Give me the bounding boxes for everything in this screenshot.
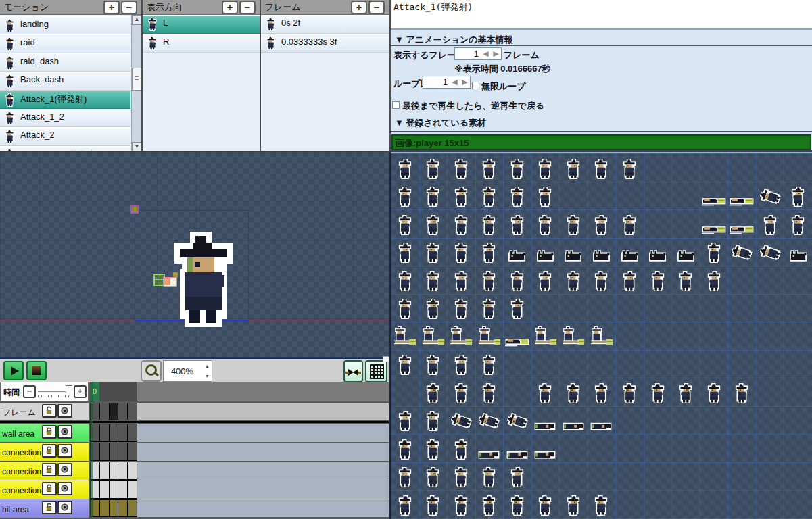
sheet-sprite-cell[interactable]: [763, 215, 778, 235]
timeline-cell[interactable]: [118, 480, 128, 499]
timeline-cell[interactable]: [118, 462, 128, 480]
sheet-sprite-cell[interactable]: [564, 249, 582, 263]
sheet-sprite-cell[interactable]: [510, 187, 525, 207]
sheet-sprite-cell[interactable]: [510, 215, 525, 235]
sheet-sprite-cell[interactable]: [622, 383, 637, 403]
sheet-sprite-cell[interactable]: [702, 224, 726, 235]
lock-button[interactable]: [42, 482, 57, 495]
timeline-cell[interactable]: [118, 443, 128, 461]
sheet-sprite-cell[interactable]: [730, 196, 754, 207]
sheet-sprite-cell[interactable]: [790, 187, 805, 207]
sheet-sprite-cell[interactable]: [425, 215, 440, 235]
track-label-connection-2-[interactable]: connection(2): [0, 480, 89, 499]
sheet-sprite-cell[interactable]: [425, 411, 440, 431]
sheet-sprite-cell[interactable]: [536, 249, 554, 263]
sheet-sprite-cell[interactable]: [454, 271, 469, 291]
sheet-sprite-cell[interactable]: [650, 271, 665, 291]
sheet-sprite-cell[interactable]: [561, 326, 585, 347]
sheet-sprite-cell[interactable]: [454, 439, 469, 460]
sheet-sprite-cell[interactable]: [734, 243, 749, 263]
sheet-sprite-cell[interactable]: [707, 383, 721, 403]
timeline-grid[interactable]: 0: [90, 382, 390, 519]
lock-button[interactable]: [42, 425, 57, 439]
timeline-cell[interactable]: [109, 499, 119, 517]
center-view-button[interactable]: [343, 360, 363, 382]
timeline-cell[interactable]: [99, 499, 110, 517]
sheet-sprite-cell[interactable]: [398, 355, 412, 375]
sheet-sprite-cell[interactable]: [425, 355, 440, 375]
sheet-sprite-cell[interactable]: [566, 495, 581, 516]
timeline-cell[interactable]: [127, 480, 137, 499]
sheet-sprite-cell[interactable]: [481, 299, 496, 319]
sheet-sprite-cell[interactable]: [594, 383, 608, 403]
sheet-sprite-cell[interactable]: [398, 467, 412, 487]
frame-remove-button[interactable]: −: [368, 1, 385, 14]
visibility-button[interactable]: [57, 482, 72, 495]
sheet-sprite-cell[interactable]: [622, 159, 637, 179]
visibility-button[interactable]: [57, 501, 72, 514]
sheet-sprite-cell[interactable]: [538, 495, 552, 516]
sheet-sprite-cell[interactable]: [677, 249, 695, 263]
loop-count-input[interactable]: 1 ◀ ▶: [423, 76, 471, 89]
frame-add-button[interactable]: +: [351, 1, 367, 14]
timeline-cell[interactable]: [99, 443, 110, 461]
motion-item[interactable]: raid: [0, 34, 130, 53]
visibility-button[interactable]: [57, 463, 72, 476]
timeline-cell[interactable]: [127, 499, 137, 517]
sheet-sprite-cell[interactable]: [454, 299, 469, 319]
timeline-cell[interactable]: [127, 462, 137, 480]
animation-name-field[interactable]: Attack_1(弾発射): [391, 0, 812, 30]
sheet-sprite-cell[interactable]: [481, 355, 496, 375]
sheet-sprite-cell[interactable]: [510, 271, 525, 291]
timeline-cell[interactable]: [99, 424, 110, 442]
sheet-sprite-cell[interactable]: [421, 326, 445, 347]
visibility-button[interactable]: [57, 404, 72, 418]
timeline-ruler[interactable]: 0: [90, 382, 390, 401]
sheet-sprite-cell[interactable]: [538, 159, 552, 179]
scroll-up-icon[interactable]: ▲: [132, 15, 142, 25]
sheet-sprite-cell[interactable]: [454, 159, 469, 179]
zoom-level-input[interactable]: 400% ▲ ▼: [163, 360, 212, 382]
sheet-sprite-cell[interactable]: [478, 450, 500, 460]
sheet-sprite-cell[interactable]: [505, 337, 529, 347]
sheet-sprite-cell[interactable]: [763, 187, 778, 207]
play-button[interactable]: [3, 361, 24, 380]
spinner-right-icon[interactable]: ▶: [491, 48, 501, 59]
sheet-sprite-cell[interactable]: [533, 326, 557, 347]
timeline-cell[interactable]: [99, 403, 110, 420]
sheet-sprite-cell[interactable]: [398, 495, 412, 516]
timeline-cell[interactable]: [109, 443, 119, 461]
zoom-down-icon[interactable]: ▼: [205, 374, 210, 378]
zoom-tool-button[interactable]: [141, 360, 162, 382]
lock-button[interactable]: [42, 444, 57, 458]
frame-item[interactable]: 0s 2f: [261, 15, 389, 34]
timeline-cell[interactable]: [99, 462, 110, 480]
sheet-sprite-cell[interactable]: [481, 411, 496, 431]
timeline-cell[interactable]: [127, 424, 137, 442]
sheet-sprite-cell[interactable]: [454, 355, 469, 375]
sheet-sprite-cell[interactable]: [534, 450, 556, 460]
sheet-sprite-cell[interactable]: [398, 411, 412, 431]
frame-item[interactable]: 0.0333333s 3f: [261, 34, 389, 53]
sheet-sprite-cell[interactable]: [734, 383, 749, 403]
motion-item[interactable]: raid_dash: [0, 53, 130, 72]
track-label-wall-area[interactable]: wall area: [0, 424, 89, 442]
motion-scrollbar[interactable]: ▲ ▼: [131, 15, 142, 152]
sheet-sprite-cell[interactable]: [707, 271, 721, 291]
motion-item[interactable]: Attack_1(弾発射): [0, 91, 130, 109]
sheet-sprite-cell[interactable]: [506, 450, 528, 460]
sheet-sprite-cell[interactable]: [481, 467, 496, 487]
sheet-sprite-cell[interactable]: [510, 159, 525, 179]
animation-canvas[interactable]: [0, 152, 390, 358]
sheet-sprite-cell[interactable]: [510, 467, 525, 487]
sheet-sprite-cell[interactable]: [678, 271, 693, 291]
lock-button[interactable]: [42, 463, 57, 476]
sheet-sprite-cell[interactable]: [481, 271, 496, 291]
sheet-sprite-cell[interactable]: [481, 243, 496, 263]
track-label-connection-1-[interactable]: connection(1): [0, 462, 89, 480]
sheet-sprite-cell[interactable]: [763, 243, 778, 263]
player-sprite-preview[interactable]: [169, 232, 238, 327]
timeline-cell[interactable]: [109, 403, 119, 420]
timeline-cell[interactable]: [109, 462, 119, 480]
sheet-sprite-cell[interactable]: [425, 467, 440, 487]
